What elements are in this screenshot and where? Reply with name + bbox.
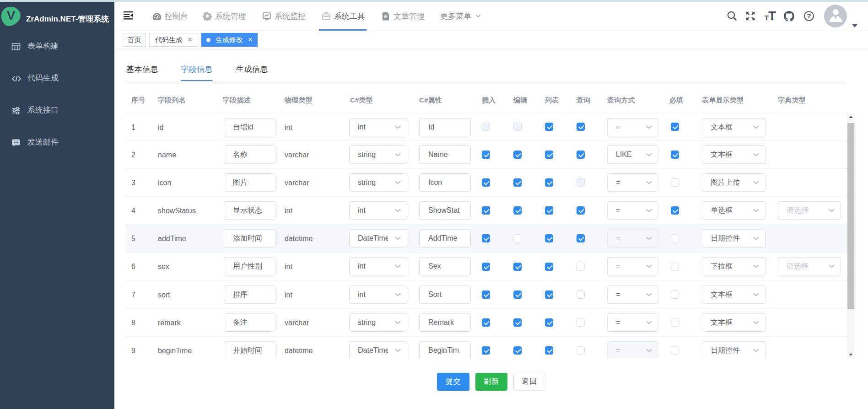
svg-text:?: ? [807,12,811,20]
